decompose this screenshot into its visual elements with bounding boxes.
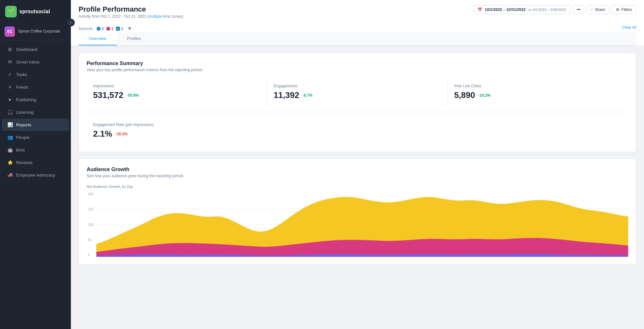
facebook-source-badge: f 2: [97, 27, 104, 31]
impressions-label: Impressions: [93, 84, 260, 88]
publishing-icon: ➤: [7, 97, 13, 102]
header-actions: 📅 10/1/2022 – 10/31/2022 vs 9/1/2022 – 9…: [473, 5, 636, 14]
app-logo: 🌱 sproutsocial: [0, 0, 71, 23]
sidebar-item-tasks[interactable]: ✓ Tasks: [2, 68, 69, 81]
reviews-icon: ⭐: [7, 160, 13, 165]
sources-label: Sources: [79, 26, 93, 31]
sources-dropdown[interactable]: ▼: [127, 26, 132, 32]
metric-post-link-clicks: Post Link Clicks 5,890 ↑24.2%: [448, 79, 628, 105]
dashboard-icon: ⊞: [7, 46, 13, 52]
sidebar-toggle[interactable]: ›: [67, 19, 75, 26]
sidebar-item-bots[interactable]: 🤖 Bots: [2, 144, 69, 156]
date-range-button[interactable]: 📅 10/1/2022 – 10/31/2022 vs 9/1/2022 – 9…: [473, 5, 571, 14]
metric-engagements: Engagements 11,392 ↑8.7%: [267, 79, 447, 105]
linkedin-icon: in: [116, 27, 120, 31]
advocacy-icon: 📣: [7, 172, 13, 178]
main-content: Profile Performance Activity from Oct 1,…: [71, 0, 644, 329]
post-link-clicks-label: Post Link Clicks: [454, 84, 622, 88]
feeds-icon: ≡: [7, 84, 13, 90]
engagement-rate-label: Engagement Rate (per Impression): [93, 122, 622, 127]
sidebar-item-label: Dashboard: [16, 47, 37, 52]
sidebar-item-dashboard[interactable]: ⊞ Dashboard: [2, 43, 69, 55]
source-badges: f 2 📷 2 in 1: [97, 27, 123, 31]
y-axis-labels: 200 150 100 50 0: [87, 192, 95, 257]
sidebar-item-employee-advocacy[interactable]: 📣 Employee Advocacy: [2, 169, 69, 181]
clear-all-button[interactable]: Clear All: [622, 25, 636, 32]
sidebar-item-feeds[interactable]: ≡ Feeds: [2, 81, 69, 93]
sidebar-item-label: Reports: [16, 122, 31, 127]
performance-summary-title: Performance Summary: [87, 61, 628, 66]
reports-icon: 📊: [7, 122, 13, 128]
share-button[interactable]: ↑ Share: [587, 5, 609, 14]
sidebar-item-label: Feeds: [16, 85, 28, 90]
metrics-row-2: Engagement Rate (per Impression) 2.1% ↓3…: [87, 112, 628, 144]
sidebar: 🌱 sproutsocial SC Sprout Coffee Corporat…: [0, 0, 71, 329]
engagement-rate-value: 2.1% ↓30.3%: [93, 129, 622, 139]
tasks-icon: ✓: [7, 72, 13, 77]
page-title-area: Profile Performance Activity from Oct 1,…: [79, 5, 183, 19]
tab-profiles[interactable]: Profiles: [117, 32, 151, 45]
filters-icon: ⚙: [616, 7, 620, 12]
audience-growth-subtitle: See how your audience grew during the re…: [87, 174, 628, 178]
logo-text: sproutsocial: [19, 9, 50, 15]
sidebar-item-label: Tasks: [16, 72, 27, 77]
metrics-grid: Impressions 531,572 ↑55.8% Engagements 1…: [87, 79, 628, 105]
performance-summary-card: Performance Summary View your key profil…: [79, 53, 636, 152]
engagement-rate-change: ↓30.3%: [115, 132, 128, 136]
engagements-value: 11,392 ↑8.7%: [274, 90, 441, 100]
page-title: Profile Performance: [79, 5, 183, 14]
logo-icon: 🌱: [5, 6, 17, 17]
tabs-bar: Overview Profiles: [79, 32, 636, 46]
sidebar-item-publishing[interactable]: ➤ Publishing: [2, 93, 69, 106]
instagram-source-badge: 📷 2: [106, 27, 113, 31]
inbox-icon: ✉: [7, 59, 13, 65]
svg-text:in: in: [117, 28, 119, 30]
svg-text:📷: 📷: [108, 28, 110, 30]
page-header: Profile Performance Activity from Oct 1,…: [71, 0, 644, 46]
multiple-timezones-link[interactable]: multiple: [149, 14, 162, 19]
linkedin-source-badge: in 1: [116, 27, 123, 31]
sidebar-item-people[interactable]: 👥 People: [2, 131, 69, 143]
sidebar-item-smart-inbox[interactable]: ✉ Smart Inbox: [2, 56, 69, 68]
audience-growth-card: Audience Growth See how your audience gr…: [79, 159, 636, 265]
filters-button[interactable]: ⚙ Filters: [612, 5, 636, 14]
audience-growth-title: Audience Growth: [87, 167, 628, 172]
tab-overview[interactable]: Overview: [79, 32, 117, 45]
sidebar-item-label: Listening: [16, 110, 34, 115]
sidebar-item-label: Reviews: [16, 160, 33, 165]
performance-summary-subtitle: View your key profile performance metric…: [87, 68, 628, 72]
sidebar-item-reviews[interactable]: ⭐ Reviews: [2, 156, 69, 169]
bots-icon: 🤖: [7, 147, 13, 153]
more-options-button[interactable]: •••: [573, 5, 584, 14]
avatar: SC: [5, 26, 15, 37]
account-selector[interactable]: SC Sprout Coffee Corporate: [0, 23, 71, 40]
content-area: Performance Summary View your key profil…: [71, 46, 644, 329]
instagram-icon: 📷: [106, 27, 110, 31]
audience-growth-chart: 200 150 100 50 0: [87, 192, 628, 257]
page-subtitle: Activity from Oct 1, 2022 - Oct 31, 2022…: [79, 14, 183, 19]
sidebar-item-label: Employee Advocacy: [16, 173, 55, 178]
sidebar-item-label: Smart Inbox: [16, 60, 40, 64]
sidebar-item-reports[interactable]: 📊 Reports: [2, 119, 69, 131]
sources-bar: Sources f 2 📷 2 in 1 ▼: [79, 23, 636, 32]
sources-left: Sources f 2 📷 2 in 1 ▼: [79, 26, 132, 32]
sidebar-item-listening[interactable]: 🎧 Listening: [2, 106, 69, 118]
metric-engagement-rate: Engagement Rate (per Impression) 2.1% ↓3…: [87, 117, 628, 144]
calendar-icon: 📅: [477, 7, 482, 12]
account-name: Sprout Coffee Corporate: [18, 29, 60, 34]
listening-icon: 🎧: [7, 109, 13, 115]
sidebar-item-label: Bots: [16, 148, 25, 152]
chart-label: Net Audience Growth, by Day: [87, 185, 628, 189]
sidebar-item-label: People: [16, 135, 30, 140]
post-link-clicks-change: ↑24.2%: [478, 93, 491, 98]
impressions-value: 531,572 ↑55.8%: [93, 90, 260, 100]
area-chart-svg: [96, 192, 628, 257]
sidebar-item-label: Publishing: [16, 97, 36, 102]
impressions-change: ↑55.8%: [126, 93, 139, 98]
sidebar-nav: ⊞ Dashboard ✉ Smart Inbox ✓ Tasks ≡ Feed…: [0, 43, 71, 181]
people-icon: 👥: [7, 134, 13, 140]
metric-impressions: Impressions 531,572 ↑55.8%: [87, 79, 267, 105]
facebook-icon: f: [97, 27, 101, 31]
post-link-clicks-value: 5,890 ↑24.2%: [454, 90, 622, 100]
engagements-change: ↑8.7%: [302, 93, 312, 98]
